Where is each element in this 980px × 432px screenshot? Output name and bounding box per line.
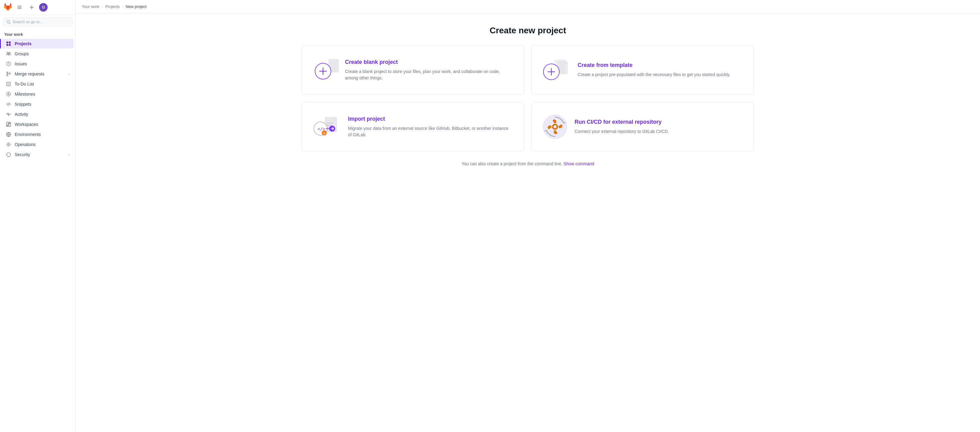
svg-point-12 xyxy=(9,52,10,54)
user-avatar-button[interactable]: U xyxy=(39,3,48,12)
search-box[interactable]: Search or go to... xyxy=(3,18,72,26)
svg-rect-8 xyxy=(9,41,11,43)
merge-icon xyxy=(6,72,11,77)
svg-rect-2 xyxy=(18,8,22,9)
your-work-section-label: Your work xyxy=(0,29,75,38)
sidebar-item-label: Issues xyxy=(15,61,27,66)
sidebar-item-operations[interactable]: Operations xyxy=(2,140,73,150)
cards-grid: Create blank project Create a blank proj… xyxy=(302,45,754,151)
sidebar-item-label: Workspaces xyxy=(15,122,38,127)
command-line-note: You can also create a project from the c… xyxy=(302,161,754,166)
activity-icon xyxy=(6,112,11,117)
page-title: Create new project xyxy=(302,26,754,35)
sidebar-item-label: Snippets xyxy=(15,102,31,107)
sidebar-item-label: Milestones xyxy=(15,92,35,97)
svg-rect-1 xyxy=(18,7,22,8)
cicd-icon xyxy=(543,115,567,139)
svg-rect-22 xyxy=(9,124,11,126)
svg-rect-9 xyxy=(6,44,8,46)
sidebar-item-activity[interactable]: Activity xyxy=(2,109,73,119)
sidebar-item-label: Operations xyxy=(15,142,35,147)
sidebar-item-snippets[interactable]: Snippets xyxy=(2,99,73,109)
sidebar-item-groups[interactable]: Groups xyxy=(2,49,73,59)
sidebar-toggle-button[interactable] xyxy=(15,2,24,12)
import-title: Import project xyxy=(348,116,513,122)
svg-rect-21 xyxy=(6,122,8,125)
svg-rect-23 xyxy=(9,122,11,123)
svg-point-15 xyxy=(8,64,9,65)
snippets-icon xyxy=(6,102,11,107)
sidebar-item-milestones[interactable]: Milestones xyxy=(2,89,73,99)
sidebar-item-projects[interactable]: Projects xyxy=(2,39,73,49)
command-line-text: You can also create a project from the c… xyxy=(461,161,562,166)
todo-icon xyxy=(6,81,11,86)
template-title: Create from template xyxy=(578,62,730,69)
svg-point-56 xyxy=(554,125,557,128)
environments-icon xyxy=(6,132,11,137)
create-from-template-card[interactable]: Create from template Create a project pr… xyxy=(531,45,754,95)
sidebar: U Search or go to... Your work Projects … xyxy=(0,0,76,432)
blank-project-title: Create blank project xyxy=(345,59,513,65)
milestones-icon xyxy=(6,92,11,97)
sidebar-item-issues[interactable]: Issues xyxy=(2,59,73,69)
svg-rect-24 xyxy=(6,126,8,126)
cicd-title: Run CI/CD for external repository xyxy=(574,119,669,125)
projects-icon xyxy=(6,41,11,46)
sidebar-item-label: Groups xyxy=(15,51,29,56)
svg-line-6 xyxy=(10,22,11,24)
operations-icon xyxy=(6,142,11,147)
sidebar-item-label: To-Do List xyxy=(15,81,34,86)
breadcrumb-sep-2: / xyxy=(122,4,123,9)
security-icon xyxy=(6,152,11,157)
show-command-link[interactable]: Show command xyxy=(563,161,594,166)
sidebar-item-label: Merge requests xyxy=(15,72,44,77)
sidebar-nav: Projects Groups Issues Merge requests › xyxy=(0,38,75,160)
main-content: Your work / Projects / New project Creat… xyxy=(76,0,980,432)
chevron-right-icon: › xyxy=(68,72,69,76)
svg-point-11 xyxy=(7,52,8,54)
svg-point-25 xyxy=(8,144,10,145)
create-blank-project-card[interactable]: Create blank project Create a blank proj… xyxy=(302,45,524,95)
import-project-card[interactable]: </> D Import project Migrate your data f… xyxy=(302,102,524,151)
import-icon: </> D xyxy=(313,115,341,139)
chevron-right-icon: › xyxy=(68,153,69,157)
svg-rect-19 xyxy=(7,82,10,86)
breadcrumb-current: New project xyxy=(126,4,147,9)
sidebar-item-label: Activity xyxy=(15,112,28,117)
groups-icon xyxy=(6,51,11,56)
gitlab-logo[interactable] xyxy=(4,3,12,12)
template-icon xyxy=(543,58,570,82)
issues-icon xyxy=(6,61,11,66)
svg-point-17 xyxy=(7,75,8,76)
sidebar-item-todo[interactable]: To-Do List xyxy=(2,79,73,89)
cicd-card[interactable]: Run CI/CD for external repository Connec… xyxy=(531,102,754,151)
blank-project-desc: Create a blank project to store your fil… xyxy=(345,69,513,81)
svg-rect-7 xyxy=(6,41,8,43)
svg-point-16 xyxy=(7,72,8,73)
sidebar-item-security[interactable]: Security › xyxy=(2,150,73,159)
sidebar-item-environments[interactable]: Environments xyxy=(2,129,73,139)
svg-text:D: D xyxy=(323,132,325,135)
breadcrumb-sep-1: / xyxy=(102,4,103,9)
import-desc: Migrate your data from an external sourc… xyxy=(348,125,513,138)
sidebar-item-merge-requests[interactable]: Merge requests › xyxy=(2,69,73,79)
svg-rect-10 xyxy=(9,44,11,46)
sidebar-item-label: Security xyxy=(15,152,30,157)
sidebar-item-label: Projects xyxy=(15,41,32,46)
svg-rect-0 xyxy=(18,6,22,6)
sidebar-item-label: Environments xyxy=(15,132,41,137)
blank-project-icon xyxy=(313,58,338,82)
search-icon xyxy=(6,20,11,24)
sidebar-item-workspaces[interactable]: Workspaces xyxy=(2,120,73,129)
add-button[interactable] xyxy=(27,2,37,12)
breadcrumb-projects[interactable]: Projects xyxy=(105,4,120,9)
template-desc: Create a project pre-populated with the … xyxy=(578,72,730,78)
workspaces-icon xyxy=(6,122,11,127)
cicd-desc: Connect your external repository to GitL… xyxy=(574,128,669,135)
breadcrumb-your-work[interactable]: Your work xyxy=(82,4,99,9)
search-placeholder: Search or go to... xyxy=(13,19,43,24)
topbar: Your work / Projects / New project xyxy=(76,0,980,13)
